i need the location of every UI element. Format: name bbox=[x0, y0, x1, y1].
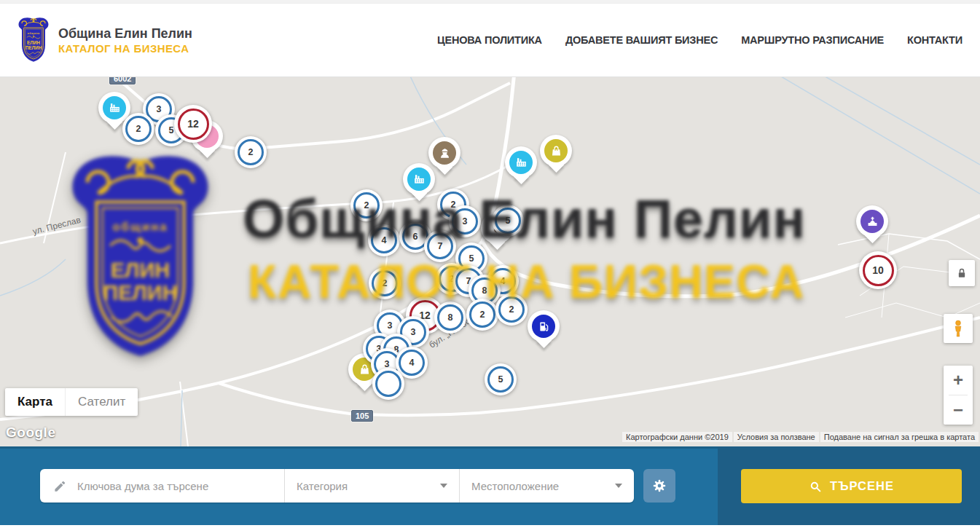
main-nav: ЦЕНОВА ПОЛИТИКА ДОБАВЕТЕ ВАШИЯТ БИЗНЕС М… bbox=[437, 34, 963, 46]
map-cluster[interactable]: 5 bbox=[492, 205, 524, 237]
map-attribution: Картографски данни ©2019 Условия за полз… bbox=[622, 432, 979, 442]
chevron-down-icon bbox=[440, 484, 447, 488]
map-cluster[interactable]: 2 bbox=[235, 136, 267, 168]
zoom-out-button[interactable]: − bbox=[944, 395, 973, 425]
search-group: Категория Местоположение bbox=[40, 469, 634, 503]
advanced-settings-button[interactable] bbox=[643, 469, 675, 503]
nav-item-contacts[interactable]: КОНТАКТИ bbox=[907, 34, 963, 46]
keyword-search-input[interactable] bbox=[76, 479, 275, 493]
attribution-copyright: Картографски данни ©2019 bbox=[622, 432, 732, 442]
map-cluster[interactable]: 2 bbox=[350, 189, 383, 221]
lock-icon bbox=[954, 266, 969, 280]
map-cluster[interactable]: 10 bbox=[859, 251, 897, 289]
road-badge: 6002 bbox=[109, 77, 136, 84]
site-title: Община Елин Пелин bbox=[58, 25, 192, 42]
map-type-control: Карта Сателит bbox=[5, 388, 138, 416]
gear-icon bbox=[651, 478, 667, 494]
map-pin-bag[interactable] bbox=[540, 135, 572, 167]
nav-item-add-business[interactable]: ДОБАВЕТЕ ВАШИЯТ БИЗНЕС bbox=[565, 34, 718, 46]
location-select-value: Местоположение bbox=[471, 480, 559, 492]
report-error-link[interactable]: Подаване на сигнал за грешка в картата bbox=[820, 432, 979, 442]
map-pin-worker[interactable] bbox=[428, 137, 460, 169]
search-button[interactable]: ТЪРСЕНЕ bbox=[741, 469, 962, 503]
map-type-map-button[interactable]: Карта bbox=[5, 388, 65, 416]
google-logo[interactable]: Google bbox=[6, 425, 55, 441]
municipality-crest-icon bbox=[16, 17, 51, 63]
zoom-in-button[interactable]: + bbox=[944, 366, 973, 395]
site-subtitle: КАТАЛОГ НА БИЗНЕСА bbox=[58, 42, 192, 55]
map-pin-fuel[interactable] bbox=[528, 310, 560, 342]
keyword-cell bbox=[40, 469, 284, 503]
nav-item-pricing[interactable]: ЦЕНОВА ПОЛИТИКА bbox=[437, 34, 542, 46]
map-cluster[interactable] bbox=[372, 368, 404, 400]
search-button-label: ТЪРСЕНЕ bbox=[830, 479, 894, 493]
map-cluster[interactable]: 7 bbox=[424, 230, 456, 262]
map-cluster[interactable]: 2 bbox=[369, 267, 401, 299]
search-icon bbox=[809, 480, 822, 493]
chevron-down-icon bbox=[615, 484, 622, 488]
nav-item-route-schedule[interactable]: МАРШРУТНО РАЗПИСАНИЕ bbox=[741, 34, 884, 46]
map-cluster[interactable]: 5 bbox=[485, 363, 517, 395]
street-view-pegman[interactable] bbox=[944, 314, 973, 343]
map-cluster[interactable]: 12 bbox=[174, 105, 212, 143]
site-logo[interactable]: Община Елин Пелин КАТАЛОГ НА БИЗНЕСА bbox=[16, 17, 192, 63]
street-label: ул. Преслав bbox=[31, 215, 82, 237]
search-button-panel: ТЪРСЕНЕ bbox=[718, 446, 980, 525]
map-pin-church[interactable] bbox=[856, 205, 888, 237]
map-pin-factory[interactable] bbox=[505, 146, 537, 178]
search-bar: Категория Местоположение ТЪРСЕНЕ bbox=[0, 446, 980, 525]
location-select[interactable]: Местоположение bbox=[459, 469, 634, 503]
map-pin-factory[interactable] bbox=[403, 163, 435, 195]
map-type-satellite-button[interactable]: Сателит bbox=[65, 388, 138, 416]
map-cluster[interactable]: 8 bbox=[434, 302, 466, 334]
lock-button[interactable] bbox=[949, 260, 975, 286]
map-cluster[interactable]: 2 bbox=[495, 293, 528, 326]
road-badge: 105 bbox=[351, 410, 373, 422]
map-canvas[interactable]: ул. Преславбул. „Новоселци“6002105325122… bbox=[0, 77, 980, 446]
map-cluster[interactable]: 4 bbox=[368, 224, 400, 256]
category-select[interactable]: Категория bbox=[284, 469, 459, 503]
map-cluster[interactable]: 2 bbox=[466, 299, 498, 331]
marker-layer: ул. Преславбул. „Новоселци“6002105325122… bbox=[0, 77, 980, 446]
map-cluster[interactable]: 3 bbox=[449, 205, 481, 237]
pencil-icon bbox=[53, 479, 67, 493]
pegman-icon bbox=[949, 319, 967, 338]
category-select-value: Категория bbox=[297, 480, 348, 492]
site-header: Община Елин Пелин КАТАЛОГ НА БИЗНЕСА ЦЕН… bbox=[0, 4, 980, 77]
zoom-control: + − bbox=[944, 366, 973, 425]
map-cluster[interactable]: 2 bbox=[122, 113, 154, 145]
terms-link[interactable]: Условия за ползване bbox=[734, 432, 819, 442]
